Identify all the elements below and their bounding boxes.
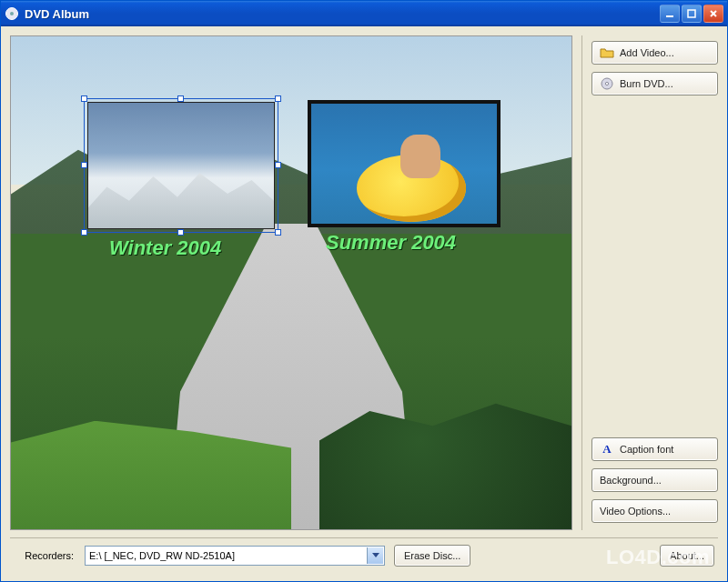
close-icon [709, 9, 718, 18]
client-area: Winter 2004 Summer 2004 Add Video... Bur… [1, 26, 727, 581]
window-controls [660, 5, 723, 23]
recorders-combo[interactable]: E:\ [_NEC, DVD_RW ND-2510A] [85, 546, 385, 566]
maximize-button[interactable] [682, 5, 702, 23]
burn-dvd-label: Burn DVD... [620, 78, 673, 89]
svg-point-7 [605, 82, 608, 85]
background-label: Background... [600, 475, 662, 486]
recorders-label: Recorders: [14, 550, 76, 561]
recorders-value: E:\ [_NEC, DVD_RW ND-2510A] [89, 550, 235, 561]
background-button[interactable]: Background... [592, 468, 718, 492]
erase-disc-label: Erase Disc... [404, 550, 460, 561]
add-video-button[interactable]: Add Video... [592, 41, 718, 65]
disc-icon [600, 76, 614, 91]
about-button[interactable]: About... [660, 545, 714, 567]
upper-area: Winter 2004 Summer 2004 Add Video... Bur… [10, 35, 718, 530]
svg-point-1 [10, 12, 14, 15]
svg-marker-8 [372, 553, 379, 557]
minimize-button[interactable] [660, 5, 680, 23]
svg-rect-2 [666, 15, 673, 17]
caption-font-button[interactable]: A Caption font [592, 437, 718, 461]
caption-font-label: Caption font [620, 444, 673, 455]
titlebar: DVD Album [1, 1, 727, 26]
add-video-label: Add Video... [620, 47, 674, 58]
caption-winter[interactable]: Winter 2004 [109, 236, 221, 260]
minimize-icon [665, 9, 674, 18]
video-options-label: Video Options... [600, 506, 671, 517]
video-options-button[interactable]: Video Options... [592, 499, 718, 523]
maximize-icon [687, 9, 696, 18]
app-window: DVD Album [0, 0, 728, 582]
menu-canvas[interactable]: Winter 2004 Summer 2004 [10, 35, 572, 530]
side-panel: Add Video... Burn DVD... A Caption font [581, 35, 718, 530]
svg-rect-3 [688, 10, 695, 17]
erase-disc-button[interactable]: Erase Disc... [394, 545, 470, 567]
font-icon: A [600, 442, 614, 457]
video-thumbnail-summer[interactable] [308, 100, 500, 227]
folder-icon [600, 45, 614, 60]
chevron-down-icon [367, 547, 383, 564]
window-title: DVD Album [25, 7, 660, 21]
caption-summer[interactable]: Summer 2004 [326, 231, 456, 255]
burn-dvd-button[interactable]: Burn DVD... [592, 72, 718, 95]
bottom-bar: Recorders: E:\ [_NEC, DVD_RW ND-2510A] E… [10, 537, 718, 572]
close-button[interactable] [703, 5, 723, 23]
about-label: About... [670, 550, 704, 561]
app-icon [5, 6, 19, 21]
video-thumbnail-winter[interactable] [87, 102, 275, 229]
